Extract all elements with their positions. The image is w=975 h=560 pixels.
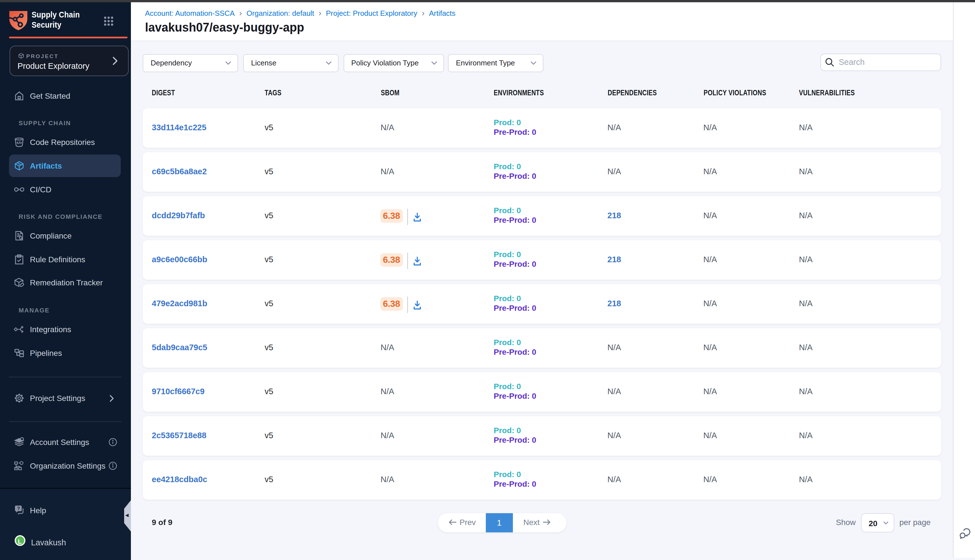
svg-text:?: ? bbox=[17, 506, 20, 511]
